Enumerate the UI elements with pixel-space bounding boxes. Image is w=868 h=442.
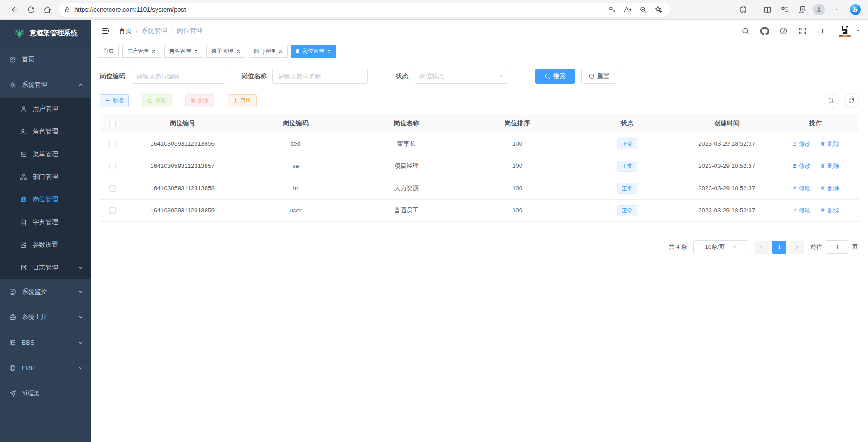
sidebar-item-system-tools[interactable]: 系统工具 — [0, 304, 91, 330]
row-checkbox[interactable] — [109, 207, 116, 214]
add-button[interactable]: 新增 — [100, 94, 129, 107]
reset-button[interactable]: 重置 — [581, 69, 617, 84]
row-delete-link[interactable]: 删除 — [820, 162, 839, 170]
next-page-button[interactable] — [790, 241, 804, 254]
row-edit-link[interactable]: 修改 — [792, 140, 811, 148]
monitor-icon — [9, 288, 16, 295]
help-icon — [780, 27, 788, 35]
browser-back-button[interactable] — [6, 1, 23, 18]
breadcrumb-home[interactable]: 首页 — [119, 27, 132, 35]
cell-post-code: hr — [240, 177, 351, 199]
sidebar-item-yi-framework[interactable]: Yi框架 — [0, 381, 91, 406]
zoom-indicator-button[interactable] — [636, 3, 650, 16]
row-checkbox[interactable] — [109, 185, 116, 192]
github-link-button[interactable] — [757, 23, 772, 39]
row-checkbox[interactable] — [109, 163, 116, 169]
font-size-button[interactable] — [814, 23, 829, 39]
select-all-checkbox[interactable] — [109, 121, 116, 127]
row-delete-link[interactable]: 删除 — [820, 140, 839, 148]
row-checkbox[interactable] — [109, 141, 116, 147]
edit-button[interactable]: 修改 — [142, 94, 172, 107]
sidebar-item-dept-management[interactable]: 部门管理 — [0, 166, 91, 188]
page-number-1[interactable]: 1 — [772, 241, 786, 254]
chevron-down-icon — [498, 74, 504, 79]
url-text[interactable]: https://ccnetcore.com:1101/system/post — [74, 6, 186, 13]
sidebar-item-log-management[interactable]: 日志管理 — [0, 256, 91, 279]
delete-button[interactable]: 删除 — [185, 94, 214, 107]
sidebar-item-system-monitor[interactable]: 系统监控 — [0, 279, 91, 304]
browser-menu-button[interactable] — [828, 1, 844, 18]
row-edit-link[interactable]: 修改 — [792, 206, 811, 215]
row-delete-link[interactable]: 删除 — [820, 206, 839, 215]
add-favorite-button[interactable] — [652, 3, 665, 16]
cell-create-time: 2023-03-29 18:52:37 — [681, 199, 772, 221]
download-icon — [233, 98, 238, 103]
back-icon — [10, 5, 19, 14]
row-edit-link[interactable]: 修改 — [792, 162, 811, 170]
sidebar-item-label: Yi框架 — [22, 389, 40, 398]
toolbar-divider — [755, 5, 755, 14]
row-delete-link[interactable]: 删除 — [820, 184, 839, 192]
tab-label: 首页 — [103, 47, 114, 55]
browser-reload-button[interactable] — [23, 1, 39, 18]
status-select[interactable]: 岗位状态 — [414, 69, 509, 84]
sidebar-item-user-management[interactable]: 用户管理 — [0, 98, 91, 120]
row-edit-link[interactable]: 修改 — [792, 184, 811, 192]
status-select-placeholder: 岗位状态 — [420, 72, 444, 80]
goto-page-input[interactable] — [826, 240, 848, 254]
toggle-search-button[interactable] — [824, 93, 839, 108]
prev-page-button[interactable] — [755, 241, 769, 254]
edit-icon — [20, 241, 27, 249]
sidebar-item-erp[interactable]: ERP — [0, 355, 91, 381]
address-bar[interactable]: https://ccnetcore.com:1101/system/post — [58, 3, 671, 17]
collections-button[interactable] — [776, 1, 793, 18]
user-menu[interactable] — [838, 24, 861, 38]
table-row[interactable]: 1641030593112313857se项目经理100正常2023-03-29… — [100, 155, 859, 177]
sidebar-item-role-management[interactable]: 角色管理 — [0, 120, 91, 143]
sidebar-collapse-button[interactable] — [98, 23, 113, 39]
tab-label: 菜单管理 — [211, 47, 233, 55]
sidebar-item-param-settings[interactable]: 参数设置 — [0, 234, 91, 256]
sidebar-item-system-management[interactable]: 系统管理 — [0, 72, 91, 98]
table-row[interactable]: 1641030593112313859user普通员工100正常2023-03-… — [100, 199, 859, 221]
row-edit-label: 修改 — [799, 184, 811, 192]
split-screen-button[interactable] — [759, 1, 775, 18]
cell-post-code: user — [240, 199, 351, 221]
sidebar-item-dict-management[interactable]: 字典管理 — [0, 211, 91, 234]
tab-用户管理[interactable]: 用户管理 — [122, 45, 161, 58]
export-button[interactable]: 导出 — [228, 94, 257, 107]
post-code-input[interactable] — [131, 69, 226, 84]
fullscreen-button[interactable] — [795, 23, 810, 39]
help-button[interactable] — [776, 23, 791, 39]
password-key-button[interactable] — [605, 3, 619, 16]
status-badge: 正常 — [617, 161, 637, 172]
search-button[interactable]: 搜索 — [535, 69, 575, 84]
tab-角色管理[interactable]: 角色管理 — [164, 45, 203, 58]
tab-菜单管理[interactable]: 菜单管理 — [206, 45, 245, 58]
browser-home-button[interactable] — [39, 1, 55, 18]
sidebar-item-bbs[interactable]: BBS — [0, 330, 91, 355]
column-header: 岗位排序 — [462, 114, 573, 133]
tab-actions-button[interactable] — [794, 1, 810, 18]
tab-部门管理[interactable]: 部门管理 — [249, 45, 288, 58]
header-search-button[interactable] — [738, 23, 753, 39]
sidebar-item-label: 首页 — [22, 55, 34, 64]
app-logo[interactable]: 意框架管理系统 — [0, 20, 91, 47]
post-name-input[interactable] — [272, 69, 368, 84]
extensions-button[interactable] — [735, 1, 751, 18]
table-row[interactable]: 1641030593112313858hr人力资源100正常2023-03-29… — [100, 177, 859, 199]
page-size-select[interactable]: 10条/页 — [693, 240, 748, 254]
refresh-table-button[interactable] — [844, 93, 859, 108]
sidebar-item-home[interactable]: 首页 — [0, 47, 91, 72]
table-row[interactable]: 1641030593112313856ceo董事长100正常2023-03-29… — [100, 133, 859, 155]
sidebar-item-menu-management[interactable]: 菜单管理 — [0, 143, 91, 166]
read-aloud-button[interactable] — [621, 3, 634, 16]
sidebar-item-label: 系统工具 — [22, 313, 47, 321]
cell-post-code: ceo — [240, 133, 351, 155]
sidebar-item-post-management[interactable]: 岗位管理 — [0, 188, 91, 211]
tab-首页[interactable]: 首页 — [98, 45, 119, 58]
tab-岗位管理[interactable]: 岗位管理 — [291, 45, 336, 58]
trash-icon — [191, 98, 196, 103]
bing-chat-button[interactable]: b — [849, 3, 862, 16]
browser-profile-button[interactable] — [811, 1, 827, 18]
